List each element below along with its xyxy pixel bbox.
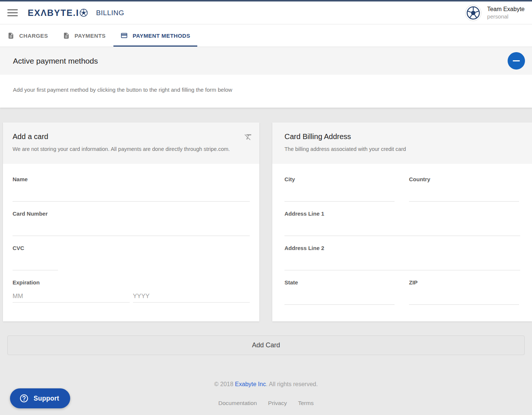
address-line-2-input[interactable] xyxy=(284,251,520,270)
cvc-input[interactable] xyxy=(13,251,58,270)
billing-address-subtitle: The billing address associated with your… xyxy=(284,146,525,152)
zip-label: ZIP xyxy=(409,279,519,286)
country-field-group: Country xyxy=(409,176,519,202)
zip-input[interactable] xyxy=(409,286,519,305)
city-label: City xyxy=(284,176,395,182)
address-line-1-label: Address Line 1 xyxy=(284,210,520,217)
cvc-label: CVC xyxy=(13,245,250,251)
cvc-field-group: CVC xyxy=(13,245,250,270)
expiration-field-group: Expiration xyxy=(13,279,250,303)
app-header: EXΛBYTE.I BILLING Team Exabyte personal xyxy=(0,1,532,24)
tab-charges[interactable]: CHARGES xyxy=(0,24,55,47)
billing-address-header: Card Billing Address The billing address… xyxy=(272,122,532,164)
card-number-label: Card Number xyxy=(13,210,250,217)
account-menu[interactable]: Team Exabyte personal xyxy=(465,5,525,21)
team-name: Team Exabyte xyxy=(487,5,525,13)
document-icon xyxy=(63,32,70,39)
city-field-group: City xyxy=(284,176,395,202)
tab-payments[interactable]: PAYMENTS xyxy=(56,24,113,47)
card-number-input[interactable] xyxy=(13,217,250,236)
city-input[interactable] xyxy=(284,182,395,202)
hamburger-menu-icon[interactable] xyxy=(7,7,18,18)
document-icon xyxy=(7,32,14,39)
expiration-month-input[interactable] xyxy=(13,292,130,303)
privacy-link[interactable]: Privacy xyxy=(268,400,287,406)
address-line-2-label: Address Line 2 xyxy=(284,245,520,251)
documentation-link[interactable]: Documentation xyxy=(218,400,257,406)
add-card-panel: Add a card We are not storing your card … xyxy=(3,122,259,321)
format-clear-icon xyxy=(244,132,253,142)
tab-label: CHARGES xyxy=(19,33,48,39)
footer-links: Documentation Privacy Terms xyxy=(0,400,532,406)
name-label: Name xyxy=(13,176,250,182)
help-icon xyxy=(19,394,29,403)
billing-address-form: City Country Address Line 1 Address Line… xyxy=(272,164,532,314)
empty-state-description: Add your first payment method by clickin… xyxy=(13,87,232,93)
add-card-button[interactable]: Add Card xyxy=(7,335,525,355)
payment-form-row: Add a card We are not storing your card … xyxy=(0,122,532,321)
billing-address-title: Card Billing Address xyxy=(284,132,525,141)
tab-label: PAYMENTS xyxy=(75,33,106,39)
logo-text: EXΛBYTE.I xyxy=(28,8,79,18)
support-label: Support xyxy=(34,395,59,402)
zip-field-group: ZIP xyxy=(409,279,519,305)
exabyte-logo[interactable]: EXΛBYTE.I xyxy=(28,8,88,18)
card-number-field-group: Card Number xyxy=(13,210,250,236)
country-label: Country xyxy=(409,176,519,182)
clear-form-button[interactable] xyxy=(244,132,253,142)
collapse-add-payment-button[interactable] xyxy=(508,52,525,70)
address-line-1-input[interactable] xyxy=(284,217,520,236)
copyright-line: © 2018 Exabyte Inc. All rights reserved. xyxy=(0,381,532,388)
state-field-group: State xyxy=(284,279,395,305)
state-label: State xyxy=(284,279,395,286)
tab-label: PAYMENT METHODS xyxy=(133,33,190,39)
copyright-prefix: © 2018 xyxy=(214,381,235,387)
address1-field-group: Address Line 1 xyxy=(284,210,520,236)
expiration-year-input[interactable] xyxy=(133,292,250,303)
account-type: personal xyxy=(487,13,525,20)
soccer-ball-icon xyxy=(79,9,88,17)
add-card-form: Name Card Number CVC Expiration xyxy=(3,164,259,303)
add-card-subtitle: We are not storing your card information… xyxy=(13,146,252,152)
page-title: BILLING xyxy=(96,9,124,17)
section-title: Active payment methods xyxy=(13,57,98,65)
state-input[interactable] xyxy=(284,286,395,305)
address2-field-group: Address Line 2 xyxy=(284,245,520,270)
expiration-label: Expiration xyxy=(13,279,250,286)
page-footer: © 2018 Exabyte Inc. All rights reserved.… xyxy=(0,381,532,406)
name-input[interactable] xyxy=(13,182,250,202)
add-card-header: Add a card We are not storing your card … xyxy=(3,122,259,164)
company-link[interactable]: Exabyte Inc xyxy=(235,381,266,387)
tab-payment-methods[interactable]: PAYMENT METHODS xyxy=(113,24,197,47)
support-button[interactable]: Support xyxy=(10,388,70,408)
billing-tabs: CHARGES PAYMENTS PAYMENT METHODS xyxy=(0,24,532,47)
billing-address-panel: Card Billing Address The billing address… xyxy=(272,122,532,321)
credit-card-icon xyxy=(120,32,128,39)
copyright-suffix: . All rights reserved. xyxy=(266,381,318,387)
add-card-title: Add a card xyxy=(13,132,252,141)
name-field-group: Name xyxy=(13,176,250,202)
team-avatar xyxy=(465,5,481,21)
country-input[interactable] xyxy=(409,182,519,202)
minus-icon xyxy=(513,60,520,61)
active-payment-methods-header: Active payment methods xyxy=(0,47,532,75)
active-payment-methods-body: Add your first payment method by clickin… xyxy=(0,75,532,108)
terms-link[interactable]: Terms xyxy=(298,400,314,406)
